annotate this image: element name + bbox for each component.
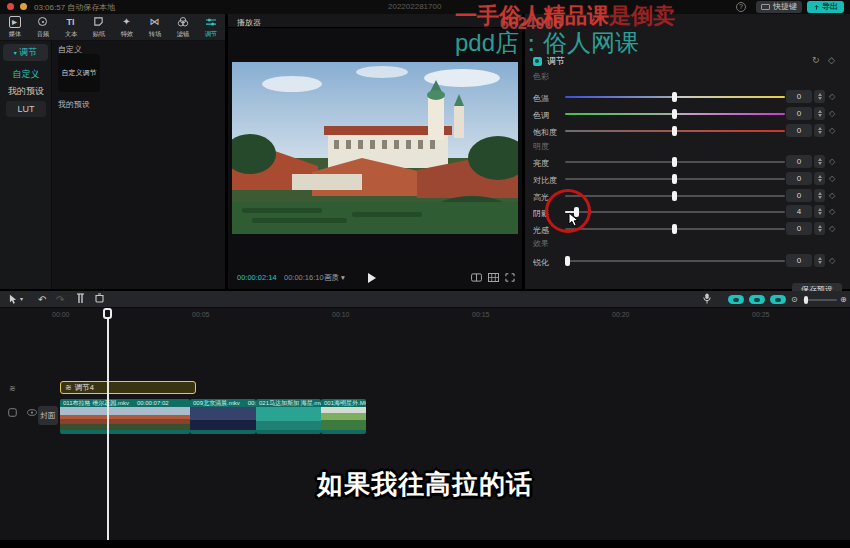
tab-effects[interactable]: ✦特效 bbox=[115, 16, 139, 39]
stepper[interactable] bbox=[814, 222, 825, 235]
slider-handle[interactable] bbox=[672, 157, 677, 167]
compare-icon[interactable] bbox=[471, 273, 482, 282]
sidebar-item-custom[interactable]: 自定义 bbox=[0, 68, 52, 81]
mute-track-icon[interactable] bbox=[8, 408, 17, 417]
ratio-grid-icon[interactable] bbox=[488, 273, 499, 282]
cover-button[interactable]: 封面 bbox=[38, 406, 58, 425]
keyframe-header-icon[interactable]: ◇ bbox=[828, 55, 835, 65]
custom-adjust-card[interactable]: 自定义调节 bbox=[58, 54, 100, 92]
upload-icon bbox=[813, 4, 820, 11]
adjustment-layer-clip[interactable]: ≋ 调节4 bbox=[60, 381, 196, 394]
saturation-value[interactable]: 0 bbox=[786, 124, 812, 137]
adjust-clip-icon: ≋ bbox=[65, 383, 72, 392]
sidebar-item-my-presets[interactable]: 我的预设 bbox=[0, 85, 52, 98]
tab-transition[interactable]: ⋈转场 bbox=[143, 16, 167, 39]
video-preview[interactable] bbox=[232, 62, 518, 234]
auto-snap-toggle[interactable] bbox=[749, 295, 765, 304]
tab-sticker[interactable]: 贴纸 bbox=[87, 16, 111, 39]
sharpen-value[interactable]: 0 bbox=[786, 254, 812, 267]
brightness-slider[interactable] bbox=[565, 161, 785, 163]
highlights-slider[interactable] bbox=[565, 195, 785, 197]
contrast-value[interactable]: 0 bbox=[786, 172, 812, 185]
keyframe-icon[interactable]: ◇ bbox=[829, 191, 835, 200]
clip-madagascar[interactable]: 021马达加斯加 海星.mv bbox=[256, 399, 321, 434]
stepper[interactable] bbox=[814, 90, 825, 103]
keyframe-icon[interactable]: ◇ bbox=[829, 157, 835, 166]
temperature-value[interactable]: 0 bbox=[786, 90, 812, 103]
slider-handle[interactable] bbox=[672, 92, 677, 102]
contrast-slider[interactable] bbox=[565, 178, 785, 180]
stepper[interactable] bbox=[814, 189, 825, 202]
sharpen-slider[interactable] bbox=[565, 260, 785, 262]
keyframe-icon[interactable]: ◇ bbox=[829, 109, 835, 118]
keyframe-icon[interactable]: ◇ bbox=[829, 207, 835, 216]
slider-handle[interactable] bbox=[672, 224, 677, 234]
stepper[interactable] bbox=[814, 155, 825, 168]
stepper[interactable] bbox=[814, 124, 825, 137]
slider-row-contrast: 对比度 0 ◇ bbox=[533, 172, 842, 186]
export-button[interactable]: 导出 bbox=[807, 1, 844, 13]
split-icon[interactable] bbox=[76, 293, 85, 304]
fullscreen-icon[interactable] bbox=[505, 273, 515, 282]
delete-icon[interactable] bbox=[95, 293, 104, 303]
timeline-zoom-slider[interactable] bbox=[803, 299, 837, 301]
clip-prague[interactable]: 011布拉格 维尔花园.mkv00:00:07:02 bbox=[60, 399, 190, 434]
saturation-slider[interactable] bbox=[565, 130, 785, 132]
highlights-value[interactable]: 0 bbox=[786, 189, 812, 202]
tab-filter[interactable]: 滤镜 bbox=[171, 16, 195, 39]
minimize-window-button[interactable] bbox=[20, 3, 27, 10]
record-mic-icon[interactable] bbox=[703, 293, 711, 304]
slider-handle[interactable] bbox=[672, 191, 677, 201]
hide-track-icon[interactable] bbox=[27, 409, 37, 416]
slider-handle[interactable] bbox=[672, 109, 677, 119]
slider-handle[interactable] bbox=[672, 174, 677, 184]
magnet-snap-toggle[interactable] bbox=[728, 295, 744, 304]
reset-icon[interactable]: ↻ bbox=[812, 55, 820, 65]
sidebar-category-adjust[interactable]: ▾ 调节 bbox=[3, 44, 48, 61]
stepper[interactable] bbox=[814, 205, 825, 218]
slider-handle[interactable] bbox=[565, 256, 570, 266]
slider-handle[interactable] bbox=[672, 126, 677, 136]
tab-media[interactable]: ▸媒体 bbox=[3, 16, 27, 39]
tab-text[interactable]: TI文本 bbox=[59, 16, 83, 39]
shortcut-keys-button[interactable]: 快捷键 bbox=[756, 1, 802, 13]
close-window-button[interactable] bbox=[7, 3, 14, 10]
player-controls: 00:00:02:14 00:00:16:10 画质 ▾ bbox=[228, 266, 522, 289]
keyframe-icon[interactable]: ◇ bbox=[829, 126, 835, 135]
select-tool-icon[interactable] bbox=[8, 294, 18, 305]
help-icon[interactable]: ? bbox=[736, 2, 746, 12]
section-effect-label: 效果 bbox=[533, 238, 549, 249]
temperature-slider[interactable] bbox=[565, 96, 785, 98]
keyframe-icon[interactable]: ◇ bbox=[829, 174, 835, 183]
clip-beijing[interactable]: 009北京清晨.mkv00:00:0 bbox=[190, 399, 256, 434]
keyframe-icon[interactable]: ◇ bbox=[829, 224, 835, 233]
quality-dropdown[interactable]: 画质 ▾ bbox=[324, 273, 345, 283]
play-button[interactable] bbox=[368, 273, 376, 283]
timeline-zoom-handle[interactable] bbox=[804, 296, 808, 304]
keyframe-icon[interactable]: ◇ bbox=[829, 256, 835, 265]
shadows-value[interactable]: 4 bbox=[786, 205, 812, 218]
timeline-fit-icon[interactable]: ⊕ bbox=[840, 293, 847, 306]
keyframe-icon[interactable]: ◇ bbox=[829, 92, 835, 101]
project-title: 202202281700 bbox=[388, 2, 441, 11]
shadows-slider[interactable] bbox=[565, 211, 785, 213]
brightness-value[interactable]: 0 bbox=[786, 155, 812, 168]
stepper[interactable] bbox=[814, 172, 825, 185]
light-sensation-slider[interactable] bbox=[565, 228, 785, 230]
sidebar-item-lut[interactable]: LUT bbox=[0, 101, 52, 117]
stepper[interactable] bbox=[814, 107, 825, 120]
link-toggle[interactable] bbox=[770, 295, 786, 304]
redo-icon[interactable]: ↷ bbox=[56, 293, 64, 306]
preview-axis-icon[interactable]: ⊙ bbox=[791, 293, 798, 306]
light-sensation-value[interactable]: 0 bbox=[786, 222, 812, 235]
playhead-handle[interactable] bbox=[103, 308, 112, 319]
undo-icon[interactable]: ↶ bbox=[38, 293, 46, 306]
tool-caret-icon[interactable]: ▾ bbox=[20, 293, 23, 306]
clip-outdoor[interactable]: 001海明星外.MOV00 bbox=[321, 399, 366, 434]
tab-adjust[interactable]: 调节 bbox=[199, 16, 223, 39]
playhead[interactable] bbox=[107, 308, 109, 540]
tab-audio[interactable]: 音频 bbox=[31, 16, 55, 39]
stepper[interactable] bbox=[814, 254, 825, 267]
tint-slider[interactable] bbox=[565, 113, 785, 115]
tint-value[interactable]: 0 bbox=[786, 107, 812, 120]
